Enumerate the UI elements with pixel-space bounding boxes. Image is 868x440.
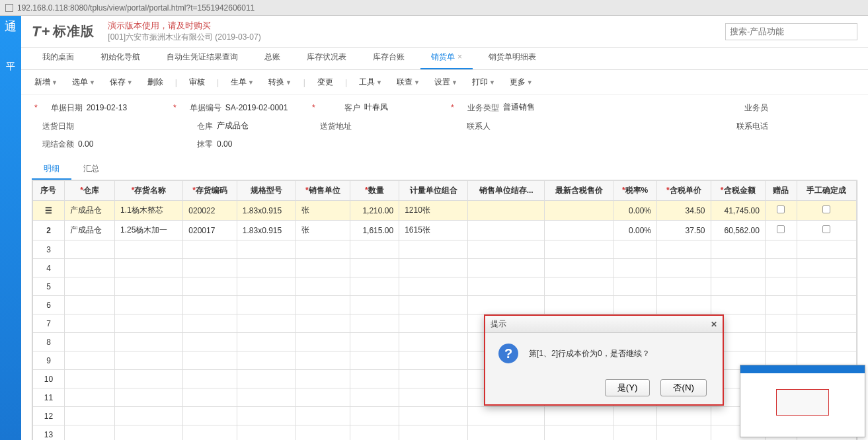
- table-cell[interactable]: [613, 277, 657, 296]
- val-cust[interactable]: 叶春凤: [364, 102, 417, 114]
- table-cell[interactable]: [797, 333, 856, 351]
- col-header[interactable]: 销售单位结存...: [468, 181, 545, 201]
- table-cell[interactable]: 4: [33, 259, 65, 277]
- yes-button[interactable]: 是(Y): [605, 379, 651, 396]
- table-row[interactable]: 9: [33, 351, 857, 370]
- table-cell[interactable]: 产成品仓: [64, 221, 114, 240]
- table-row[interactable]: 7: [33, 314, 857, 333]
- val-phone[interactable]: [772, 126, 825, 127]
- table-cell[interactable]: 张: [296, 221, 350, 240]
- table-cell[interactable]: [183, 407, 237, 425]
- table-cell[interactable]: [545, 407, 613, 425]
- toolbar-审核[interactable]: 审核: [184, 74, 210, 91]
- table-cell[interactable]: [797, 240, 856, 259]
- table-cell[interactable]: [296, 425, 350, 441]
- table-cell[interactable]: [468, 296, 545, 314]
- col-header[interactable]: 序号: [33, 181, 65, 201]
- table-cell[interactable]: [711, 240, 765, 259]
- table-cell[interactable]: [64, 388, 114, 407]
- toolbar-变更[interactable]: 变更: [312, 74, 338, 91]
- checkbox[interactable]: [822, 225, 830, 233]
- toolbar-设置[interactable]: 设置▼: [429, 74, 463, 91]
- search-input[interactable]: [725, 23, 857, 40]
- table-cell[interactable]: [350, 314, 399, 333]
- table-cell[interactable]: [296, 351, 350, 370]
- table-cell[interactable]: [657, 425, 711, 441]
- sub-tab[interactable]: 汇总: [71, 159, 111, 180]
- table-row[interactable]: 10: [33, 370, 857, 388]
- table-cell[interactable]: 3: [33, 240, 65, 259]
- table-cell[interactable]: [64, 370, 114, 388]
- table-row[interactable]: ☰产成品仓1.1杨木整芯0200221.83x0.915张1,210.00121…: [33, 201, 857, 221]
- table-cell[interactable]: [657, 240, 711, 259]
- col-header[interactable]: *仓库: [64, 181, 114, 201]
- table-cell[interactable]: [765, 259, 797, 277]
- table-cell[interactable]: [64, 314, 114, 333]
- table-row[interactable]: 8: [33, 333, 857, 351]
- table-row[interactable]: 3: [33, 240, 857, 259]
- table-row[interactable]: 4: [33, 259, 857, 277]
- table-cell[interactable]: [183, 277, 237, 296]
- table-cell[interactable]: [399, 296, 468, 314]
- toolbar-打印[interactable]: 打印▼: [467, 74, 500, 91]
- toolbar-联查[interactable]: 联查▼: [391, 74, 425, 91]
- table-row[interactable]: 12: [33, 407, 857, 425]
- table-cell[interactable]: [183, 240, 237, 259]
- table-cell[interactable]: [657, 259, 711, 277]
- table-row[interactable]: 6: [33, 296, 857, 314]
- nav-tab[interactable]: 自动生凭证结果查询: [156, 46, 249, 69]
- table-cell[interactable]: [657, 296, 711, 314]
- table-cell[interactable]: 1,615.00: [350, 221, 399, 240]
- table-cell[interactable]: 6: [33, 296, 65, 314]
- table-cell[interactable]: [545, 240, 613, 259]
- table-cell[interactable]: [183, 425, 237, 441]
- table-row[interactable]: 5: [33, 277, 857, 296]
- table-cell[interactable]: [237, 333, 296, 351]
- table-cell[interactable]: 7: [33, 314, 65, 333]
- table-cell[interactable]: [64, 277, 114, 296]
- table-cell[interactable]: [64, 425, 114, 441]
- table-cell[interactable]: [399, 370, 468, 388]
- col-header[interactable]: *含税金额: [711, 181, 765, 201]
- table-cell[interactable]: [613, 259, 657, 277]
- col-header[interactable]: 手工确定成: [797, 181, 856, 201]
- table-cell[interactable]: [765, 333, 797, 351]
- table-cell[interactable]: [237, 370, 296, 388]
- table-cell[interactable]: [237, 296, 296, 314]
- table-cell[interactable]: 0.00%: [613, 201, 657, 221]
- table-cell[interactable]: [296, 314, 350, 333]
- checkbox[interactable]: [777, 205, 785, 213]
- table-cell[interactable]: [468, 407, 545, 425]
- nav-tab[interactable]: 库存状况表: [296, 46, 357, 69]
- table-cell[interactable]: [468, 259, 545, 277]
- col-header[interactable]: 计量单位组合: [399, 181, 468, 201]
- col-header[interactable]: *销售单位: [296, 181, 350, 201]
- table-cell[interactable]: [350, 370, 399, 388]
- table-cell[interactable]: [545, 221, 613, 240]
- table-cell[interactable]: [237, 259, 296, 277]
- table-cell[interactable]: [399, 314, 468, 333]
- sub-tab[interactable]: 明细: [32, 159, 71, 180]
- nav-tab[interactable]: 销货单×: [420, 46, 473, 69]
- table-cell[interactable]: 1210张: [399, 201, 468, 221]
- table-cell[interactable]: [183, 388, 237, 407]
- table-cell[interactable]: 41,745.00: [711, 201, 765, 221]
- table-cell[interactable]: [183, 351, 237, 370]
- table-cell[interactable]: [711, 259, 765, 277]
- table-cell[interactable]: [765, 240, 797, 259]
- table-cell[interactable]: [797, 296, 856, 314]
- toolbar-转换[interactable]: 转换▼: [263, 74, 297, 91]
- table-cell[interactable]: [468, 425, 545, 441]
- table-cell[interactable]: [350, 407, 399, 425]
- table-cell[interactable]: 产成品仓: [64, 201, 114, 221]
- table-cell[interactable]: [711, 277, 765, 296]
- table-cell[interactable]: [183, 259, 237, 277]
- col-header[interactable]: *存货名称: [114, 181, 182, 201]
- table-cell[interactable]: [64, 333, 114, 351]
- table-cell[interactable]: [350, 240, 399, 259]
- table-cell[interactable]: 5: [33, 277, 65, 296]
- table-cell[interactable]: [797, 314, 856, 333]
- table-cell[interactable]: [797, 259, 856, 277]
- table-cell[interactable]: [657, 277, 711, 296]
- table-cell[interactable]: [114, 240, 182, 259]
